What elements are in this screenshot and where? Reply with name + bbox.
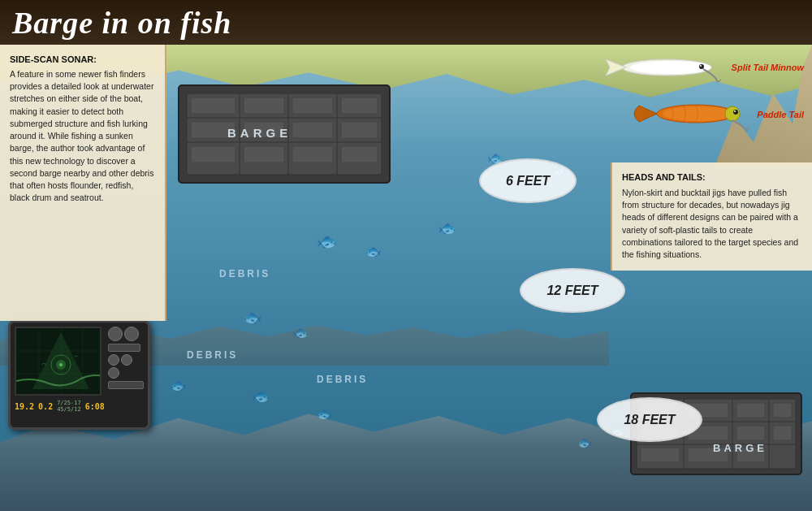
svg-rect-10	[341, 97, 378, 114]
lures-area: Split Tail Minnow Paddle Tail	[532, 47, 808, 161]
ff-btn-wide[interactable]	[108, 344, 140, 352]
sidebar-body: A feature in some newer fish finders pro…	[10, 68, 155, 204]
svg-rect-9	[292, 97, 333, 114]
svg-rect-29	[773, 403, 792, 418]
svg-rect-18	[341, 146, 378, 162]
info-panel-heading: HEADS AND TAILS:	[622, 172, 802, 182]
svg-point-41	[700, 65, 702, 67]
info-panel-body: Nylon-skirt and bucktail jigs have pulle…	[622, 187, 802, 261]
ff-info: 7/25-1745/5/12	[57, 400, 81, 413]
ff-speed: 0.2	[38, 402, 53, 411]
paddle-tail-item: Paddle Tail	[623, 96, 804, 132]
fish-1: 🐟	[317, 232, 337, 251]
ff-btn-3[interactable]	[108, 354, 119, 366]
svg-rect-32	[736, 426, 765, 440]
fish-finder-screen: ⌒ ⌒	[15, 327, 102, 396]
svg-rect-13	[292, 122, 333, 138]
sidebar-panel: SIDE-SCAN SONAR: A feature in some newer…	[0, 45, 166, 321]
svg-rect-34	[641, 448, 680, 462]
split-tail-minnow-svg	[598, 51, 728, 84]
fish-7: 🐟	[252, 388, 270, 405]
depth-12-label: 12 FEET	[546, 284, 598, 298]
fish-finder-controls	[108, 327, 144, 396]
depth-6-feet: 6 FEET	[479, 158, 577, 203]
fish-2: 🐟	[365, 244, 382, 259]
depth-6-label: 6 FEET	[506, 174, 550, 188]
info-panel: HEADS AND TAILS: Nylon-skirt and bucktai…	[611, 162, 812, 271]
svg-rect-8	[244, 97, 284, 114]
split-tail-label: Split Tail Minnow	[732, 63, 804, 72]
svg-point-38	[630, 61, 711, 74]
ff-time: 6:08	[85, 402, 105, 411]
svg-line-45	[747, 128, 750, 131]
svg-point-40	[699, 64, 704, 69]
ff-btn-5[interactable]	[108, 367, 119, 379]
depth-12-feet: 12 FEET	[520, 268, 625, 313]
debris-label-1: DEBRIS	[219, 268, 270, 279]
svg-rect-7	[191, 97, 235, 114]
svg-rect-15	[191, 146, 235, 162]
fish-6: 🐟	[171, 378, 187, 393]
barge-top-label: BARGE	[227, 126, 292, 140]
svg-rect-14	[341, 122, 378, 138]
paddle-tail-label: Paddle Tail	[757, 110, 804, 119]
sidebar-heading: SIDE-SCAN SONAR:	[10, 54, 155, 64]
paddle-tail-svg	[623, 96, 753, 132]
svg-text:⌒: ⌒	[41, 363, 47, 370]
svg-rect-16	[244, 146, 284, 162]
svg-text:⌒: ⌒	[73, 356, 79, 362]
ff-btn-4[interactable]	[121, 354, 132, 366]
ff-depth: 19.2	[15, 402, 34, 411]
fish-5: 🐟	[292, 325, 309, 340]
debris-label-2: DEBRIS	[187, 349, 238, 361]
svg-point-46	[733, 110, 738, 115]
fish-3: 🐟	[438, 219, 456, 237]
fish-8: 🐟	[317, 406, 333, 422]
svg-line-39	[718, 80, 721, 82]
fish-4: 🐟	[244, 309, 261, 327]
svg-rect-33	[773, 426, 792, 440]
fish-finder-data: 19.2 0.2 7/25-1745/5/12 6:08	[15, 400, 144, 413]
svg-rect-28	[736, 403, 765, 418]
page-title: Barge in on fish	[12, 5, 231, 41]
debris-label-3: DEBRIS	[317, 374, 368, 385]
svg-point-44	[725, 106, 740, 121]
title-bar: Barge in on fish	[0, 0, 812, 45]
barge-bottom-label: BARGE	[713, 442, 767, 454]
ff-btn-wide-2[interactable]	[108, 381, 144, 389]
depth-18-label: 18 FEET	[624, 413, 675, 427]
fish-finder-device: ⌒ ⌒ 19.2 0.2 7/25-1745/5/12 6:08	[8, 320, 150, 430]
svg-point-47	[734, 110, 736, 112]
ff-btn-2[interactable]	[124, 327, 139, 341]
split-tail-minnow-item: Split Tail Minnow	[598, 51, 804, 84]
fish-12: 🐟	[577, 435, 593, 450]
depth-18-feet: 18 FEET	[597, 397, 702, 442]
ff-btn-1[interactable]	[108, 327, 123, 341]
svg-rect-17	[292, 146, 333, 162]
